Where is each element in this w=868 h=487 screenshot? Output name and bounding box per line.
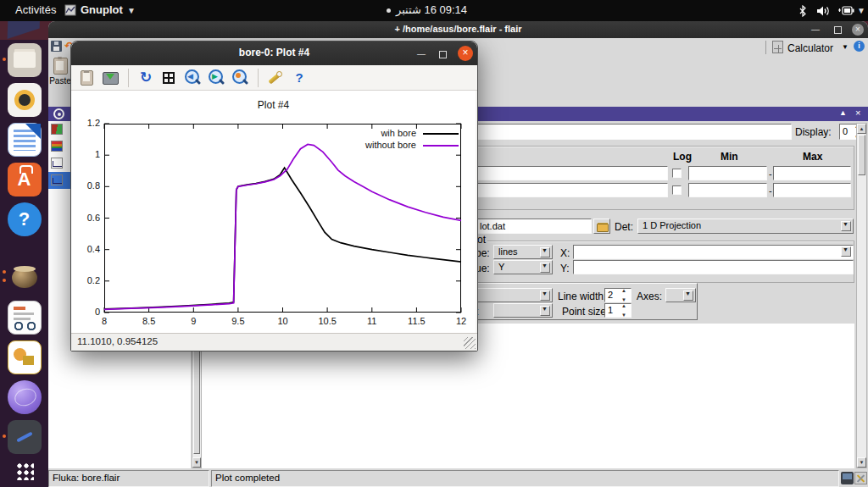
export-icon[interactable] xyxy=(101,69,121,87)
top-bar: Activités Gnuplot ▼ 09:14 16 شتنبر ▼ xyxy=(0,0,868,21)
minimize-icon[interactable] xyxy=(810,24,821,36)
volume-icon[interactable] xyxy=(816,5,831,17)
terminal-icon[interactable] xyxy=(841,472,854,484)
refresh-icon[interactable] xyxy=(136,69,156,87)
tools-icon[interactable] xyxy=(854,472,867,484)
marker-dropdown[interactable] xyxy=(493,303,553,318)
zoom-previous-icon[interactable] xyxy=(183,69,203,87)
system-menu-chevron-icon[interactable]: ▼ xyxy=(857,6,865,15)
max-entry[interactable] xyxy=(773,183,851,197)
maximize-icon[interactable] xyxy=(437,48,448,60)
axes-label: Axes: xyxy=(637,291,662,302)
dock-item-libreoffice-draw[interactable] xyxy=(0,337,48,377)
dock-item-document-viewer[interactable] xyxy=(0,297,48,337)
dock xyxy=(0,21,48,487)
gnuplot-titlebar[interactable]: bore-0: Plot #4 xyxy=(71,42,477,65)
info-icon[interactable] xyxy=(854,41,865,52)
calculator-label[interactable]: Calculator xyxy=(787,42,833,54)
log-checkbox[interactable] xyxy=(672,185,682,195)
plot-canvas[interactable]: Plot #4 88.599.51010.51111.512 00.20.40.… xyxy=(71,91,476,333)
zoom-icon[interactable] xyxy=(231,69,251,87)
type-dropdown[interactable]: lines xyxy=(493,245,553,259)
app-menu-button[interactable]: Gnuplot xyxy=(81,3,123,16)
save-icon[interactable] xyxy=(51,41,62,52)
y-entry[interactable] xyxy=(573,260,854,274)
spinner-icon[interactable] xyxy=(620,290,630,301)
maximize-icon[interactable] xyxy=(832,24,843,36)
axes-dropdown[interactable] xyxy=(665,288,696,302)
legend-label: wih bore xyxy=(381,128,416,138)
dropdown-arrow-icon xyxy=(540,247,550,257)
paste-label: Paste xyxy=(49,76,71,86)
y-tick-label: 1 xyxy=(71,149,100,159)
dock-item-show-applications[interactable] xyxy=(0,457,48,485)
x-combobox[interactable] xyxy=(573,245,854,259)
y-tick-label: 0.8 xyxy=(71,180,100,191)
range-dash: - xyxy=(769,185,772,196)
y-tick-label: 0.2 xyxy=(71,275,100,285)
calculator-icon[interactable] xyxy=(772,41,783,53)
fluka-sphere-icon xyxy=(8,380,42,414)
scroll-up-icon[interactable]: ▲ xyxy=(857,124,866,134)
running-indicator xyxy=(3,270,6,274)
files-icon xyxy=(8,43,42,77)
desktop: + /home/asus/bore.flair - flair ↶ Calcul… xyxy=(0,0,868,487)
status-message: Plot completed xyxy=(211,470,839,487)
datafile-value: lot.dat xyxy=(480,221,505,231)
flair-titlebar[interactable]: + /home/asus/bore.flair - flair xyxy=(48,21,868,38)
chevron-down-icon[interactable]: ▼ xyxy=(842,43,849,51)
dock-item-notes[interactable] xyxy=(0,417,48,457)
log-checkbox[interactable] xyxy=(672,169,682,178)
value-dropdown[interactable]: Y xyxy=(493,260,553,274)
running-indicator xyxy=(3,58,6,61)
point-size-spinbox[interactable]: 1 xyxy=(604,303,632,318)
dock-item-files[interactable] xyxy=(0,40,48,80)
legend-line-sample xyxy=(423,133,459,135)
scroll-down-icon[interactable]: ▼ xyxy=(192,457,201,468)
min-entry[interactable] xyxy=(688,166,767,180)
detector-dropdown[interactable]: 1 D Projection xyxy=(637,219,854,234)
x-tick-label: 8 xyxy=(87,316,121,326)
min-entry[interactable] xyxy=(688,183,767,197)
close-icon[interactable] xyxy=(852,24,864,36)
resize-grip[interactable] xyxy=(464,337,476,349)
bluetooth-icon[interactable] xyxy=(798,5,807,17)
dock-item-help[interactable] xyxy=(0,199,48,239)
dock-item-rhythmbox[interactable] xyxy=(0,80,48,119)
browse-button[interactable] xyxy=(593,219,610,234)
dock-item-flair[interactable] xyxy=(0,257,48,297)
paste-button[interactable]: Paste xyxy=(49,58,71,90)
x-tick-label: 9.5 xyxy=(221,316,255,326)
minimize-icon[interactable] xyxy=(415,48,427,60)
right-scrollbar[interactable]: ▲ ▼ xyxy=(856,123,867,468)
collapse-icon[interactable]: ▲ xyxy=(839,108,847,117)
spinner-icon[interactable] xyxy=(620,305,630,316)
grid-icon[interactable] xyxy=(159,69,180,87)
section-close-icon[interactable]: × xyxy=(855,108,860,118)
display-label: Display: xyxy=(795,126,832,138)
curve-plot-icon xyxy=(51,158,63,169)
x-tick-label: 8.5 xyxy=(132,316,166,326)
help-icon[interactable] xyxy=(289,69,309,87)
max-entry[interactable] xyxy=(773,166,851,180)
y-tick-label: 1.2 xyxy=(71,118,100,128)
copy-icon[interactable] xyxy=(77,69,97,87)
dock-item-ubuntu-software[interactable] xyxy=(0,159,48,199)
range-dash: - xyxy=(769,169,772,179)
max-column-header: Max xyxy=(803,151,822,163)
clock[interactable]: 09:14 16 شتنبر xyxy=(396,3,467,16)
zoom-next-icon[interactable] xyxy=(207,69,227,87)
scrollbar-thumb[interactable] xyxy=(858,135,865,175)
battery-icon[interactable] xyxy=(837,6,854,15)
close-icon[interactable] xyxy=(458,46,473,61)
cursor-coordinates: 11.1010, 0.954125 xyxy=(77,336,158,346)
line-width-spinbox[interactable]: 2 xyxy=(604,288,632,302)
dropdown-arrow-icon xyxy=(841,246,851,257)
scroll-down-icon[interactable]: ▼ xyxy=(857,457,866,468)
dock-item-fluka-sphere[interactable] xyxy=(0,377,48,417)
settings-icon[interactable] xyxy=(265,69,286,87)
y-tick-label: 0.6 xyxy=(71,213,100,223)
activities-button[interactable]: Activités xyxy=(15,3,56,16)
libreoffice-draw-icon xyxy=(8,340,42,374)
dock-item-libreoffice-writer[interactable] xyxy=(0,119,48,159)
